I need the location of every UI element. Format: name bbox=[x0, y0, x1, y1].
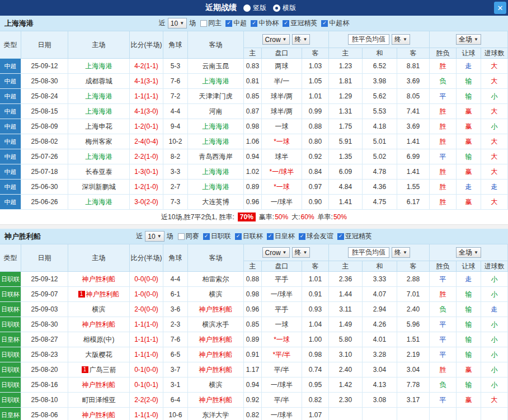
home-team-cell[interactable]: 1神户胜利船 bbox=[68, 287, 130, 302]
score-cell[interactable]: 2-0(0-0) bbox=[130, 302, 163, 317]
home-team-cell[interactable]: 町田泽维亚 bbox=[68, 393, 130, 408]
score-cell[interactable]: 0-0(0-0) bbox=[130, 272, 163, 287]
team-name-text: 大连英博 bbox=[203, 197, 229, 207]
checkbox-checked-icon[interactable]: ✓ bbox=[283, 20, 289, 27]
away-team-cell[interactable]: 青岛西海岸 bbox=[188, 149, 244, 164]
score-cell[interactable]: 1-3(0-1) bbox=[130, 164, 163, 180]
score-cell[interactable]: 1-1(1-1) bbox=[130, 89, 163, 104]
score-cell[interactable]: 0-1(0-0) bbox=[130, 362, 163, 377]
home-team-cell[interactable]: 上海申花 bbox=[68, 119, 130, 134]
checkbox-unchecked-icon[interactable] bbox=[178, 233, 185, 240]
score-cell[interactable]: 2-2(1-0) bbox=[130, 149, 163, 164]
away-team-cell[interactable]: 神户胜利船 bbox=[188, 332, 244, 347]
score-cell[interactable]: 4-1(3-0) bbox=[130, 104, 163, 119]
away-team-cell[interactable]: 上海海港 bbox=[188, 134, 244, 149]
home-team-cell[interactable]: 上海海港 bbox=[68, 89, 130, 104]
away-team-cell[interactable]: 神户胜利船 bbox=[188, 347, 244, 362]
filter-checkbox[interactable]: ✓中超杯 bbox=[321, 18, 349, 28]
away-team-cell[interactable]: 横滨 bbox=[188, 377, 244, 393]
checkbox-checked-icon[interactable]: ✓ bbox=[267, 233, 274, 240]
score-cell[interactable]: 1-2(1-0) bbox=[130, 180, 163, 195]
score-cell[interactable]: 4-1(3-1) bbox=[130, 74, 163, 89]
away-team-cell[interactable]: 大连英博 bbox=[188, 195, 244, 210]
home-team-cell[interactable]: 上海海港 bbox=[68, 195, 130, 210]
away-team-cell[interactable]: 柏雷索尔 bbox=[188, 272, 244, 287]
col-corner: 角球 bbox=[163, 31, 188, 58]
home-team-cell[interactable]: 深圳新鹏城 bbox=[68, 180, 130, 195]
filter-checkbox[interactable]: ✓球会友谊 bbox=[299, 232, 333, 241]
close-button[interactable]: ✕ bbox=[494, 2, 506, 14]
home-team-cell[interactable]: 神户胜利船 bbox=[68, 272, 130, 287]
home-team-cell[interactable]: 上海海港 bbox=[68, 59, 130, 74]
score-cell[interactable]: 3-0(2-0) bbox=[130, 195, 163, 210]
radio-horizontal-layout[interactable]: 横版 bbox=[273, 3, 296, 13]
home-team-cell[interactable]: 成都蓉城 bbox=[68, 74, 130, 89]
filter-checkbox[interactable]: ✓中协杯 bbox=[251, 18, 279, 28]
home-team-cell[interactable]: 神户胜利船 bbox=[68, 377, 130, 393]
away-team-cell[interactable]: 神户胜利船 bbox=[188, 302, 244, 317]
checkbox-checked-icon[interactable]: ✓ bbox=[225, 20, 232, 27]
filter-checkbox[interactable]: ✓日联杯 bbox=[235, 232, 263, 241]
match-count-select[interactable]: 10 ▼ bbox=[145, 231, 164, 242]
checkbox-unchecked-icon[interactable] bbox=[200, 20, 207, 27]
away-team-cell[interactable]: 上海海港 bbox=[188, 74, 244, 89]
score-cell[interactable]: 2-2(2-0) bbox=[130, 393, 163, 408]
score-cell[interactable]: 1-1(1-0) bbox=[130, 408, 163, 420]
checkbox-checked-icon[interactable]: ✓ bbox=[235, 233, 242, 240]
home-team-cell[interactable]: 相模原(中) bbox=[68, 332, 130, 347]
filter-checkbox[interactable]: ✓中超 bbox=[225, 18, 247, 28]
away-team-cell[interactable]: 河南 bbox=[188, 104, 244, 119]
score-cell[interactable]: 1-1(1-0) bbox=[130, 317, 163, 332]
away-team-cell[interactable]: 天津津门虎 bbox=[188, 89, 244, 104]
home-team-cell[interactable]: 神户胜利船 bbox=[68, 408, 130, 420]
home-team-cell[interactable]: 横滨 bbox=[68, 302, 130, 317]
score-cell[interactable]: 1-1(1-1) bbox=[130, 332, 163, 347]
away-team-cell[interactable]: 上海海港 bbox=[188, 119, 244, 134]
asia-final-select[interactable]: 终▼ bbox=[292, 247, 311, 258]
away-team-cell[interactable]: 上海海港 bbox=[188, 164, 244, 180]
bookmaker-select[interactable]: Crow▼ bbox=[262, 247, 290, 258]
filter-checkbox[interactable]: ✓日职联 bbox=[203, 232, 231, 241]
checkbox-checked-icon[interactable]: ✓ bbox=[203, 233, 210, 240]
score-cell[interactable]: 4-2(1-1) bbox=[130, 59, 163, 74]
score-cell[interactable]: 1-1(1-0) bbox=[130, 347, 163, 362]
home-team-cell[interactable]: 上海海港 bbox=[68, 149, 130, 164]
away-team-cell[interactable]: 横滨水手 bbox=[188, 317, 244, 332]
home-team-cell[interactable]: 梅州客家 bbox=[68, 134, 130, 149]
filter-checkbox[interactable]: ✓日皇杯 bbox=[267, 232, 295, 241]
home-team-cell[interactable]: 上海海港 bbox=[68, 104, 130, 119]
asia-final-select[interactable]: 终▼ bbox=[292, 34, 311, 45]
home-team-cell[interactable]: 神户胜利船 bbox=[68, 317, 130, 332]
home-team-cell[interactable]: 长春亚泰 bbox=[68, 164, 130, 180]
scope-select[interactable]: 全场▼ bbox=[456, 247, 481, 258]
score-cell[interactable]: 0-1(0-1) bbox=[130, 377, 163, 393]
away-team-cell[interactable]: 神户胜利船 bbox=[188, 393, 244, 408]
scope-select[interactable]: 全场▼ bbox=[456, 34, 481, 45]
away-team-cell[interactable]: 上海海港 bbox=[188, 180, 244, 195]
table-row: 中超25-07-26上海海港2-2(1-0)8-2青岛西海岸0.94球半0.92… bbox=[0, 149, 508, 164]
score-cell[interactable]: 1-0(0-0) bbox=[130, 287, 163, 302]
away-team-cell[interactable]: 东洋大学 bbox=[188, 408, 244, 420]
home-team-cell[interactable]: 1广岛三箭 bbox=[68, 362, 130, 377]
europe-final-select[interactable]: 终▼ bbox=[392, 34, 410, 45]
checkbox-checked-icon[interactable]: ✓ bbox=[337, 233, 344, 240]
away-team-cell[interactable]: 神户胜利船 bbox=[188, 362, 244, 377]
home-team-cell[interactable]: 大阪樱花 bbox=[68, 347, 130, 362]
checkbox-checked-icon[interactable]: ✓ bbox=[299, 233, 305, 240]
away-team-cell[interactable]: 云南玉昆 bbox=[188, 59, 244, 74]
filter-checkbox[interactable]: ✓亚冠精英 bbox=[283, 18, 317, 28]
bookmaker-select[interactable]: Crow▼ bbox=[262, 34, 290, 45]
score-cell[interactable]: 2-4(0-4) bbox=[130, 134, 163, 149]
checkbox-checked-icon[interactable]: ✓ bbox=[321, 20, 328, 27]
away-team-cell[interactable]: 横滨 bbox=[188, 287, 244, 302]
europe-average-box[interactable]: 胜平负均值 bbox=[348, 247, 389, 258]
checkbox-checked-icon[interactable]: ✓ bbox=[251, 20, 257, 27]
filter-checkbox[interactable]: ✓亚冠精英 bbox=[337, 232, 372, 241]
match-count-select[interactable]: 10 ▼ bbox=[168, 18, 187, 29]
radio-vertical-layout[interactable]: 竖版 bbox=[243, 3, 266, 13]
filter-checkbox[interactable]: 同赛 bbox=[178, 232, 199, 241]
europe-final-select[interactable]: 终▼ bbox=[392, 247, 410, 258]
score-cell[interactable]: 1-2(0-1) bbox=[130, 119, 163, 134]
europe-average-box[interactable]: 胜平负均值 bbox=[348, 34, 389, 45]
filter-checkbox[interactable]: 同主 bbox=[200, 18, 222, 28]
